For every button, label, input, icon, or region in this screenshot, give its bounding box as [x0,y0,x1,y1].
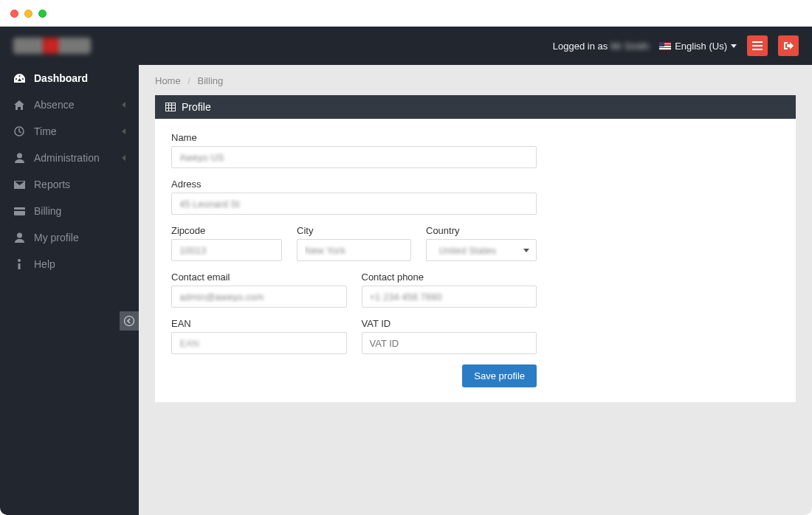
window-max-dot[interactable] [38,10,47,18]
sidebar-collapse-button[interactable] [120,311,139,331]
language-label: English (Us) [675,41,727,52]
svg-point-1 [17,153,22,159]
menu-button[interactable] [747,35,768,56]
sidebar-item-label: Billing [34,205,125,217]
arrow-left-circle-icon [124,316,134,326]
address-input[interactable] [171,193,537,215]
vat-label: VAT ID [362,318,537,329]
chevron-left-icon [122,128,125,134]
breadcrumb-home[interactable]: Home [155,75,181,86]
window-min-dot[interactable] [24,10,32,18]
sidebar-item-label: Help [34,258,125,270]
card-header: Profile [155,95,796,119]
window-close-dot[interactable] [10,10,18,18]
user-name: Mr Smith [610,41,649,52]
breadcrumb-current: Billing [198,75,224,86]
user-icon [13,232,25,243]
svg-rect-2 [14,207,25,215]
sidebar-item-absence[interactable]: Absence [0,91,139,118]
sidebar-item-reports[interactable]: Reports [0,171,139,198]
sidebar-item-label: Absence [34,99,113,111]
sidebar-item-label: Administration [34,152,113,164]
ean-label: EAN [171,318,347,329]
breadcrumb: Home / Billing [155,75,796,86]
save-profile-button[interactable]: Save profile [462,364,537,387]
zipcode-label: Zipcode [171,225,282,236]
main-content: Home / Billing Profile Name [139,65,812,515]
country-select[interactable] [426,239,537,261]
info-icon [13,259,25,269]
sidebar-item-help[interactable]: Help [0,251,139,277]
bars-icon [752,41,763,50]
credit-card-icon [13,207,25,215]
vat-input[interactable] [362,332,537,354]
email-label: Contact email [171,272,347,283]
logout-button[interactable] [778,35,799,56]
language-selector[interactable]: English (Us) [659,41,737,52]
sidebar-item-administration[interactable]: Administration [0,145,139,171]
topbar: Logged in as Mr Smith English (Us) [0,27,812,65]
sidebar-item-label: Dashboard [34,72,125,84]
sidebar-item-label: Reports [34,179,125,190]
table-icon [165,103,176,111]
browser-window-controls [0,0,812,27]
logged-in-text: Logged in as Mr Smith [553,41,649,52]
name-label: Name [171,132,537,143]
chevron-left-icon [122,102,125,108]
home-icon [13,100,25,110]
ean-input[interactable] [171,332,347,354]
phone-input[interactable] [362,286,537,308]
tachometer-icon [13,74,25,83]
country-label: Country [426,225,537,236]
profile-card: Profile Name Adress [155,95,796,402]
clock-icon [13,126,25,136]
us-flag-icon [659,42,671,50]
sidebar: Dashboard Absence Time Administration [0,65,139,515]
chevron-down-icon [731,44,737,48]
address-label: Adress [171,179,537,190]
envelope-icon [13,181,25,189]
city-input[interactable] [297,239,411,261]
name-input[interactable] [171,146,537,168]
sidebar-item-label: Time [34,125,113,137]
sidebar-item-label: My profile [34,232,125,243]
logout-icon [783,41,794,51]
svg-rect-3 [14,210,25,211]
app-logo [13,38,91,54]
city-label: City [297,225,411,236]
sidebar-item-dashboard[interactable]: Dashboard [0,65,139,91]
svg-point-4 [17,233,22,238]
chevron-left-icon [122,155,125,161]
sidebar-item-time[interactable]: Time [0,118,139,145]
phone-label: Contact phone [362,272,537,283]
card-title: Profile [182,101,211,113]
svg-rect-6 [18,263,21,269]
svg-point-7 [125,317,134,326]
user-icon [13,153,25,163]
sidebar-item-billing[interactable]: Billing [0,198,139,224]
zipcode-input[interactable] [171,239,282,261]
sidebar-item-my-profile[interactable]: My profile [0,224,139,251]
svg-point-5 [18,259,21,262]
email-input[interactable] [171,286,347,308]
